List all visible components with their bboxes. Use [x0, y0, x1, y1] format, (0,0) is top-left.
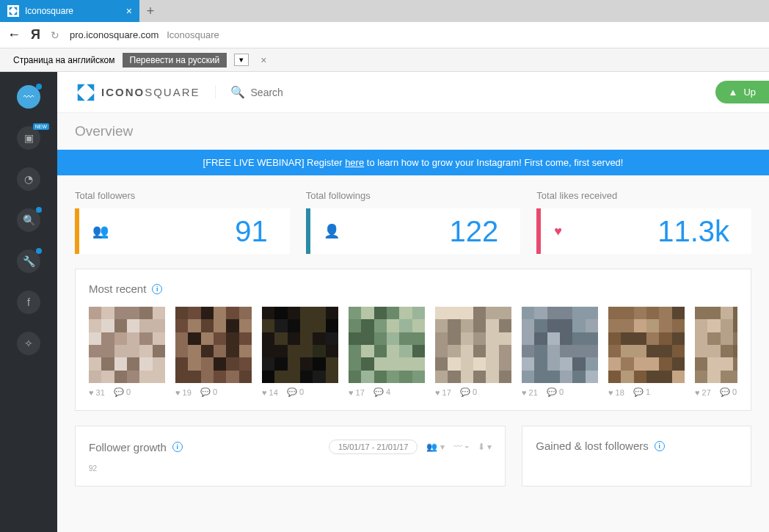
logo[interactable]: ICONOSQUARE — [75, 81, 200, 103]
search-wrap: 🔍 — [215, 85, 398, 99]
stat-value: 122 — [450, 215, 499, 248]
thumb-image — [522, 307, 598, 383]
address-bar: ← Я ↻ pro.iconosquare.com Iconosquare — [0, 22, 769, 48]
thumb-image — [262, 307, 338, 383]
translate-label: Страница на английском — [13, 55, 115, 65]
tab-title: Iconosquare — [25, 6, 73, 16]
upgrade-button[interactable]: ▲ Up — [715, 81, 770, 103]
growth-header: Follower growth i 15/01/17 - 21/01/17 👥 … — [89, 440, 492, 454]
translate-button[interactable]: Перевести на русский — [123, 53, 227, 68]
media-thumb[interactable]: ♥ 17 💬 0 — [435, 307, 511, 397]
warning-icon: ▲ — [729, 87, 738, 98]
card-title: Most recent i — [89, 283, 737, 295]
media-thumb[interactable]: ♥ 21 💬 0 — [522, 307, 598, 397]
people-icon[interactable]: 👥 ▾ — [426, 442, 444, 452]
stat-likes: Total likes received ♥ 11.3k — [536, 190, 751, 254]
translate-bar: Страница на английском Перевести на русс… — [0, 48, 769, 72]
thumb-meta: ♥ 27 💬 0 — [695, 387, 737, 397]
growth-title: Follower growth — [89, 441, 167, 453]
thumb-meta: ♥ 17 💬 0 — [435, 387, 511, 397]
followers-icon: 👥 — [92, 223, 109, 239]
likes-count: ♥ 19 — [175, 388, 192, 397]
sidebar-analytics[interactable]: 〰 — [17, 85, 40, 109]
sidebar-schedule[interactable]: ◔ — [17, 167, 40, 191]
stat-box[interactable]: 👥 91 — [75, 208, 290, 254]
info-icon[interactable]: i — [152, 284, 162, 294]
card-title: Gained & lost followers i — [536, 440, 737, 452]
most-recent-card: Most recent i ♥ 31 💬 0 ♥ 19 💬 0 ♥ 14 💬 0… — [75, 269, 751, 411]
thumb-image — [89, 307, 165, 383]
thumb-meta: ♥ 18 💬 1 — [608, 387, 685, 397]
new-badge: NEW — [33, 123, 49, 130]
search-icon: 🔍 — [23, 214, 35, 226]
wrench-icon: 🔧 — [23, 255, 35, 267]
media-thumb[interactable]: ♥ 19 💬 0 — [175, 307, 252, 397]
translate-dropdown[interactable]: ▾ — [234, 54, 249, 66]
stat-box[interactable]: ♥ 11.3k — [536, 208, 751, 254]
compass-icon: ✧ — [24, 338, 33, 349]
clock-icon: ◔ — [24, 173, 33, 185]
gained-lost-card: Gained & lost followers i — [522, 426, 751, 487]
tab-close-icon[interactable]: × — [126, 5, 132, 17]
thumb-image — [608, 307, 685, 383]
webinar-banner[interactable]: [FREE LIVE WEBINAR] Register here to lea… — [57, 150, 769, 175]
search-icon: 🔍 — [230, 85, 245, 99]
thumb-image — [175, 307, 252, 383]
stat-value: 11.3k — [657, 215, 729, 248]
comments-count: 💬 0 — [200, 387, 217, 397]
sidebar-tools[interactable]: 🔧 — [17, 249, 40, 273]
sidebar-facebook[interactable]: f — [17, 291, 40, 314]
stats-row: Total followers 👥 91 Total followings 👤 … — [57, 175, 769, 269]
reload-icon[interactable]: ↻ — [51, 29, 59, 41]
download-icon[interactable]: ⬇ ▾ — [478, 442, 492, 452]
sidebar-media[interactable]: ▣ NEW — [17, 126, 40, 150]
stat-value: 91 — [235, 215, 268, 248]
page-title: Overview — [57, 113, 769, 150]
yandex-logo[interactable]: Я — [31, 27, 40, 43]
info-icon[interactable]: i — [172, 442, 183, 452]
comments-count: 💬 0 — [460, 387, 477, 397]
info-icon[interactable]: i — [655, 441, 665, 451]
sidebar-explore[interactable]: ✧ — [17, 332, 40, 355]
likes-count: ♥ 17 — [435, 388, 451, 397]
new-tab-button[interactable]: + — [139, 4, 161, 19]
notification-dot — [36, 248, 42, 254]
chart-type-icon[interactable]: 〰 ▾ — [453, 442, 469, 452]
card-title-text: Most recent — [89, 283, 146, 295]
follower-growth-card: Follower growth i 15/01/17 - 21/01/17 👥 … — [75, 426, 506, 487]
logo-mark-icon — [75, 81, 97, 103]
back-button[interactable]: ← — [7, 27, 21, 43]
stat-followers: Total followers 👥 91 — [75, 190, 290, 254]
growth-tools: 15/01/17 - 21/01/17 👥 ▾ 〰 ▾ ⬇ ▾ — [329, 440, 492, 454]
stat-followings: Total followings 👤 122 — [306, 190, 521, 254]
tab-favicon — [7, 5, 19, 17]
media-thumb[interactable]: ♥ 27 💬 0 — [695, 307, 737, 397]
banner-link[interactable]: here — [345, 157, 364, 168]
sidebar-search[interactable]: 🔍 — [17, 208, 40, 232]
likes-count: ♥ 14 — [262, 388, 278, 397]
thumb-meta: ♥ 17 💬 4 — [349, 387, 425, 397]
url-display[interactable]: pro.iconosquare.com Iconosquare — [70, 29, 219, 40]
search-input[interactable] — [251, 87, 398, 98]
media-thumb[interactable]: ♥ 17 💬 4 — [349, 307, 425, 397]
notification-dot — [36, 84, 42, 90]
media-thumb[interactable]: ♥ 14 💬 0 — [262, 307, 338, 397]
browser-tab[interactable]: Iconosquare × — [0, 0, 139, 22]
comments-count: 💬 0 — [114, 387, 131, 397]
media-thumb[interactable]: ♥ 18 💬 1 — [608, 307, 685, 397]
translate-close-icon[interactable]: × — [260, 54, 266, 66]
likes-count: ♥ 27 — [695, 388, 711, 397]
followings-icon: 👤 — [324, 223, 340, 239]
date-range-picker[interactable]: 15/01/17 - 21/01/17 — [329, 440, 418, 454]
upgrade-label: Up — [743, 87, 756, 98]
thumb-image — [435, 307, 511, 383]
likes-count: ♥ 18 — [608, 388, 624, 397]
likes-count: ♥ 31 — [89, 388, 105, 397]
comments-count: 💬 0 — [547, 387, 564, 397]
media-thumb[interactable]: ♥ 31 💬 0 — [89, 307, 165, 397]
stat-box[interactable]: 👤 122 — [306, 208, 521, 254]
url-path: Iconosquare — [167, 29, 219, 40]
app-container: 〰 ▣ NEW ◔ 🔍 🔧 f ✧ ICONOSQUARE — [0, 72, 769, 532]
thumbs-row: ♥ 31 💬 0 ♥ 19 💬 0 ♥ 14 💬 0 ♥ 17 💬 4 ♥ 17… — [89, 307, 737, 397]
thumb-meta: ♥ 31 💬 0 — [89, 387, 165, 397]
